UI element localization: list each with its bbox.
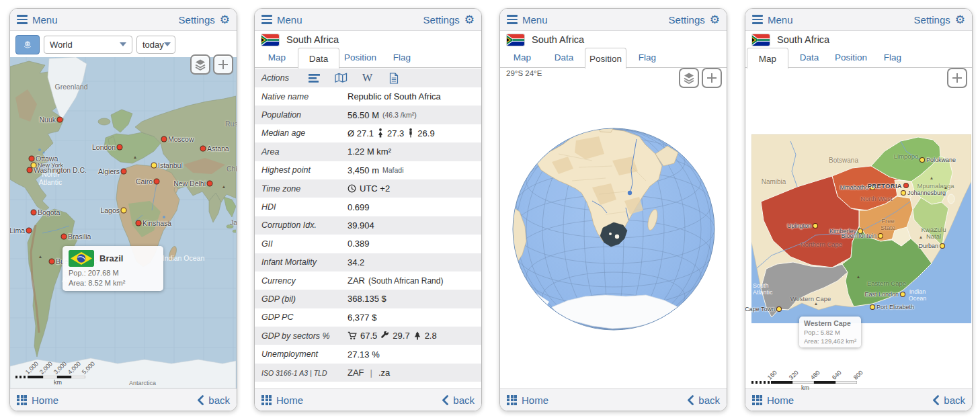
south-africa-flag-icon	[507, 34, 524, 46]
home-button[interactable]: Home	[507, 394, 548, 406]
city-dot-icon	[901, 292, 905, 296]
tab-map[interactable]: Map	[256, 48, 298, 67]
tab-position[interactable]: Position	[585, 48, 626, 69]
back-button[interactable]: back	[687, 394, 720, 406]
chevron-down-icon	[120, 42, 126, 46]
world-map-canvas[interactable]: Greenland Russia China Jakarta North Atl…	[10, 57, 237, 388]
zoom-in-button[interactable]	[213, 54, 233, 75]
table-row: ISO 3166-1 A3 | TLD ZAF|.za	[255, 364, 481, 382]
back-button[interactable]: back	[932, 394, 965, 406]
footer-bar: Home back	[500, 388, 727, 411]
home-button[interactable]: Home	[261, 394, 303, 406]
south-africa-flag-icon	[752, 34, 770, 46]
menu-label: Menu	[768, 14, 793, 26]
plus-icon	[706, 72, 718, 84]
panel-country-data: Menu Settings ⚙ South Africa Map Data Po…	[254, 8, 482, 411]
geo-label-indian-ocean: Indian Ocean	[162, 254, 205, 262]
un-flag-icon	[20, 40, 35, 50]
city-dot-icon	[152, 163, 157, 168]
settings-button[interactable]: Settings ⚙	[179, 14, 230, 26]
region-label-free-state: Free State	[876, 218, 899, 232]
gear-icon: ⚙	[710, 14, 720, 26]
mountain-icon: ▲	[38, 254, 42, 259]
document-button[interactable]	[380, 73, 407, 84]
settings-label: Settings	[914, 14, 950, 26]
actions-row: Actions W	[255, 69, 481, 87]
table-row: Native name Republic of South Africa	[255, 87, 481, 106]
region-label-northern-cape: Northern Cape	[801, 241, 842, 248]
country-header: South Africa	[500, 32, 727, 48]
wikipedia-button[interactable]: W	[354, 72, 380, 84]
tab-bar: Map Data Position Flag	[500, 48, 727, 68]
map-view-button[interactable]	[328, 73, 354, 83]
world-flag-button[interactable]	[15, 35, 40, 54]
settings-label: Settings	[179, 14, 215, 26]
city-dot-icon	[162, 137, 167, 142]
tab-data[interactable]: Data	[788, 48, 830, 67]
settings-button[interactable]: Settings ⚙	[423, 14, 475, 26]
home-button[interactable]: Home	[17, 394, 58, 406]
geo-label-china: China	[227, 165, 237, 173]
city-dot-icon	[870, 305, 874, 309]
menu-label: Menu	[32, 14, 58, 26]
back-button[interactable]: back	[197, 394, 230, 406]
world-map-image	[10, 57, 236, 388]
table-row: Unemployment 27.13 %	[255, 345, 481, 363]
country-name: South Africa	[532, 34, 584, 45]
scale-unit: km	[792, 384, 819, 391]
menu-button[interactable]: Menu	[507, 14, 548, 26]
back-button[interactable]: back	[442, 394, 475, 406]
mountain-icon: ▲	[944, 185, 948, 190]
menu-button[interactable]: Menu	[17, 14, 58, 26]
country-name: South Africa	[777, 34, 829, 45]
province-map-canvas[interactable]: Limpopo Mpumalanga North West Free State…	[751, 134, 971, 323]
scale-tick: 320	[788, 369, 800, 381]
layers-button[interactable]	[679, 68, 699, 88]
zoom-in-button[interactable]	[947, 68, 967, 88]
tab-data[interactable]: Data	[543, 48, 585, 67]
country-header: South Africa	[255, 32, 481, 48]
app-bar: Menu Settings ⚙	[745, 9, 972, 31]
chevron-left-icon	[197, 395, 204, 405]
tab-position[interactable]: Position	[830, 48, 872, 67]
tab-map[interactable]: Map	[501, 48, 543, 67]
table-row: Population 56.50 M(46.3 /km²)	[255, 106, 481, 124]
tab-data[interactable]: Data	[298, 48, 339, 69]
panel-country-map: Menu Settings ⚙ South Africa Map Data Po…	[745, 8, 973, 411]
ocean-label-south-atlantic: South Atlantic	[753, 282, 784, 296]
gear-icon: ⚙	[955, 14, 965, 26]
menu-button[interactable]: Menu	[261, 14, 302, 26]
time-select[interactable]: today	[136, 36, 175, 54]
home-grid-icon	[507, 395, 517, 405]
layers-button[interactable]	[190, 54, 210, 75]
table-row: HDI 0.699	[255, 198, 481, 216]
home-button[interactable]: Home	[752, 394, 794, 406]
table-row: GDP (bil) 368.135 $	[255, 290, 481, 308]
globe-view[interactable]	[512, 127, 716, 331]
compare-stats-button[interactable]	[302, 73, 328, 83]
zoom-in-button[interactable]	[702, 68, 722, 88]
country-name: South Africa	[286, 34, 339, 45]
tab-map[interactable]: Map	[747, 48, 788, 69]
back-label: back	[208, 394, 230, 406]
actions-label: Actions	[261, 73, 302, 83]
settings-button[interactable]: Settings ⚙	[914, 14, 965, 26]
menu-button[interactable]: Menu	[752, 14, 793, 26]
ocean-label-indian-ocean: Indian Ocean	[904, 288, 931, 302]
region-select[interactable]: World	[44, 36, 132, 54]
wrench-icon	[380, 331, 389, 340]
tooltip-area: Area: 129,462 km²	[804, 337, 856, 345]
city-dot-icon	[32, 210, 36, 215]
settings-button[interactable]: Settings ⚙	[669, 14, 720, 26]
tab-flag[interactable]: Flag	[381, 48, 423, 67]
brazil-flag-icon	[69, 250, 94, 267]
tab-position[interactable]: Position	[339, 48, 381, 67]
home-grid-icon	[17, 395, 27, 405]
tab-flag[interactable]: Flag	[626, 48, 668, 67]
table-row: Currency ZAR(South African Rand)	[255, 271, 481, 290]
table-row: GDP by sectors % 67.5 29.7 2.8	[255, 327, 481, 345]
clock-icon	[348, 184, 356, 193]
folded-map-icon	[335, 73, 348, 83]
city-dot-icon	[28, 168, 32, 173]
tab-flag[interactable]: Flag	[872, 48, 913, 67]
